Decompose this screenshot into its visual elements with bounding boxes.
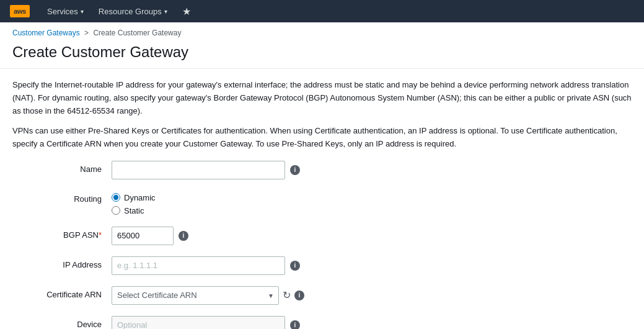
bgp-asn-info-icon[interactable]: i	[179, 231, 188, 241]
certificate-arn-select-wrap: Select Certificate ARN ▼	[112, 286, 279, 305]
description-paragraph-2: VPNs can use either Pre-Shared Keys or C…	[12, 125, 632, 151]
bgp-asn-label: BGP ASN*	[12, 227, 112, 240]
device-label: Device	[12, 316, 112, 329]
breadcrumb-separator: >	[84, 29, 89, 37]
ip-address-form-row: IP Address i	[12, 256, 632, 275]
services-label: Services	[47, 7, 78, 16]
device-control-wrap: i	[112, 316, 359, 329]
top-navigation: aws Services ▾ Resource Groups ▾ ★	[0, 0, 644, 22]
aws-logo-text: aws	[14, 7, 25, 15]
routing-dynamic-radio[interactable]	[112, 193, 120, 202]
bgp-asn-required-star: *	[99, 230, 102, 240]
aws-logo-box: aws	[10, 5, 30, 17]
certificate-arn-label: Certificate ARN	[12, 286, 112, 299]
services-chevron-icon: ▾	[81, 8, 84, 15]
ip-address-label: IP Address	[12, 256, 112, 269]
certificate-arn-control-wrap: Select Certificate ARN ▼ ↻ i	[112, 286, 304, 305]
routing-dynamic-label: Dynamic	[124, 193, 156, 202]
name-input[interactable]	[112, 161, 285, 179]
breadcrumb: Customer Gateways > Create Customer Gate…	[0, 22, 644, 40]
routing-dynamic-option[interactable]: Dynamic	[112, 193, 156, 202]
services-nav-item[interactable]: Services ▾	[42, 4, 89, 19]
name-control-wrap: i	[112, 161, 359, 179]
bgp-asn-input[interactable]	[112, 227, 174, 245]
name-label: Name	[12, 161, 112, 174]
ip-address-control-wrap: i	[112, 256, 359, 275]
name-info-icon[interactable]: i	[290, 165, 300, 175]
resource-groups-chevron-icon: ▾	[164, 8, 167, 15]
routing-form-row: Routing Dynamic Static	[12, 191, 632, 215]
routing-control-wrap: Dynamic Static	[112, 191, 359, 215]
description-paragraph-1: Specify the Internet-routable IP address…	[12, 79, 632, 117]
favorites-star-icon[interactable]: ★	[177, 3, 196, 20]
routing-label: Routing	[12, 191, 112, 204]
breadcrumb-parent-link[interactable]: Customer Gateways	[12, 29, 80, 37]
device-input[interactable]	[112, 316, 285, 329]
routing-static-label: Static	[124, 206, 144, 215]
page-title: Create Customer Gateway	[0, 40, 644, 69]
routing-static-option[interactable]: Static	[112, 206, 156, 215]
resource-groups-label: Resource Groups	[99, 7, 162, 16]
routing-radio-group: Dynamic Static	[112, 191, 156, 215]
device-info-icon[interactable]: i	[290, 320, 300, 329]
form-section: Name i Routing Dynamic	[12, 161, 632, 329]
device-form-row: Device i	[12, 316, 632, 329]
bgp-asn-control-wrap: i	[112, 227, 359, 245]
resource-groups-nav-item[interactable]: Resource Groups ▾	[94, 4, 172, 19]
certificate-arn-select[interactable]: Select Certificate ARN	[112, 286, 279, 305]
certificate-arn-form-row: Certificate ARN Select Certificate ARN ▼…	[12, 286, 632, 305]
name-form-row: Name i	[12, 161, 632, 179]
aws-logo: aws	[10, 5, 30, 17]
certificate-arn-refresh-icon[interactable]: ↻	[283, 289, 291, 301]
main-wrapper: Customer Gateways > Create Customer Gate…	[0, 22, 644, 329]
ip-address-input[interactable]	[112, 256, 285, 275]
routing-static-radio[interactable]	[112, 206, 120, 215]
breadcrumb-current: Create Customer Gateway	[93, 29, 181, 37]
bgp-asn-form-row: BGP ASN* i	[12, 227, 632, 245]
certificate-arn-info-icon[interactable]: i	[294, 291, 304, 300]
ip-address-info-icon[interactable]: i	[290, 261, 300, 271]
content-area: Specify the Internet-routable IP address…	[0, 69, 644, 329]
